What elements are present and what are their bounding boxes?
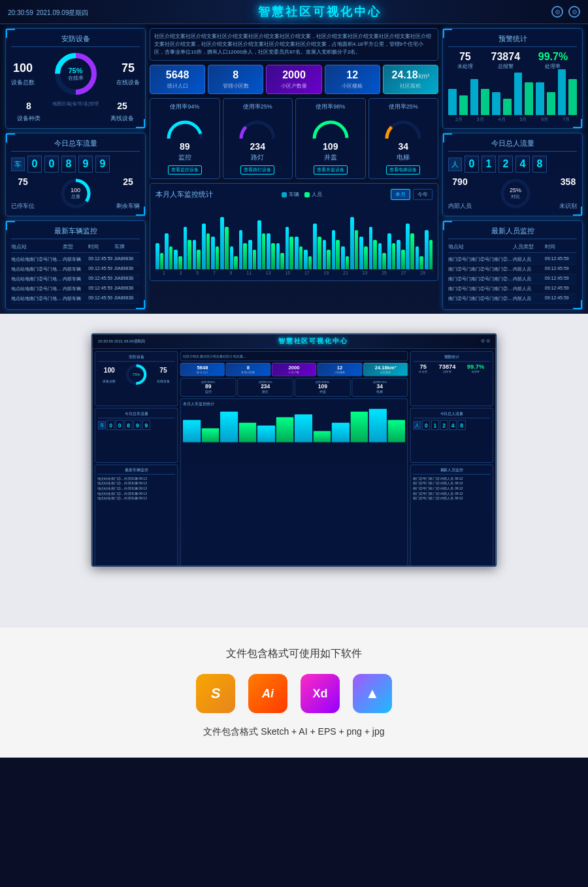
- preview-pd1: 0: [422, 420, 430, 430]
- area-unit: km²: [419, 73, 430, 80]
- preview-pm-row1: 南门②号门南门② 内部人员 09:12: [413, 476, 491, 481]
- pm-location: 南门②号门南门②号门南门②号门南门②号门: [448, 256, 513, 263]
- bar-g7: [211, 237, 219, 269]
- gauge-elevator: 使用率25% 34 电梯 查看电梯设备: [368, 98, 439, 179]
- tab-year[interactable]: 今年: [413, 189, 433, 200]
- preview-pd4: 4: [449, 420, 457, 430]
- internal-label: 内部人员: [448, 203, 472, 209]
- bar-g15: [286, 227, 293, 269]
- bar-g19: [323, 240, 331, 269]
- preview-f1v: 75: [419, 363, 427, 370]
- forecast-title: 预警统计: [448, 34, 577, 47]
- person-d4: 4: [515, 156, 530, 173]
- gauge-streetlight-chart: [238, 114, 277, 140]
- gauge-streetlight-btn[interactable]: 查看路灯设备: [240, 165, 274, 175]
- gauge-monitor-pct: 使用率94%: [153, 103, 217, 111]
- total-count: 100: [71, 187, 80, 193]
- gauge-monitor-btn[interactable]: 查看监控设备: [168, 165, 202, 175]
- device-types-value: 8: [17, 101, 41, 111]
- communities-label: 管辖小区数: [211, 82, 260, 90]
- tab-month[interactable]: 本月: [391, 189, 410, 200]
- bar-chart: [155, 204, 433, 269]
- population-label: 统计人口: [153, 82, 202, 90]
- figma-icon: ▲: [353, 674, 392, 713]
- table-row: 地点站地南门②号门地点地南门卫② 内部车辆 09:12:45:59 JIA898…: [11, 255, 140, 265]
- preview-f3v: 99.7%: [467, 363, 485, 370]
- preview-traffic-title: 今日总车流量: [98, 411, 174, 418]
- preview-section: 20:30:59 2021.09.09星期四 智慧社区可视化中心 ⚙ ⚙ 安防设…: [0, 314, 588, 628]
- preview-card5: 24.18km²社区面积: [363, 363, 408, 376]
- bar-g25: [378, 243, 386, 269]
- preview-g1-v: 89: [182, 384, 234, 390]
- x-label: 27: [401, 271, 406, 275]
- ai-icon[interactable]: Ai: [248, 674, 287, 713]
- preview-g2-n: 路灯: [240, 390, 291, 395]
- pb9: [332, 423, 350, 443]
- internal-value: 790: [448, 176, 472, 187]
- gauge-monitor-name: 监控: [153, 153, 217, 162]
- preview-pm-title: 最新人员监控: [413, 467, 491, 475]
- gauge-elevator-chart: [384, 114, 423, 140]
- gauge-manhole-pct: 使用率98%: [299, 103, 363, 111]
- preview-vm: 最新车辆监控 地点站地南门②... 内部车辆 09:12 地点站地南门②... …: [95, 465, 178, 567]
- bar-car: [313, 224, 317, 269]
- online-sub: 在线率: [68, 75, 84, 82]
- bar-g26: [387, 233, 395, 269]
- preview-sec-val: 100: [104, 366, 115, 374]
- gear-icon-right[interactable]: ⚙: [568, 6, 580, 18]
- households-value: 2000: [269, 69, 318, 81]
- bar-g23: [359, 237, 367, 269]
- bar-car: [184, 227, 188, 269]
- total-devices-label: 设备总数: [11, 79, 35, 86]
- pb10: [350, 412, 368, 443]
- sketch-letter: S: [211, 685, 221, 702]
- bar-g30: [425, 230, 433, 269]
- preview-c2v: 8: [228, 365, 269, 371]
- gauge-manhole-btn[interactable]: 查看井盖设备: [314, 165, 348, 175]
- preview-f1: 75未处理: [419, 363, 427, 373]
- preview-f3: 99.7%处理率: [467, 363, 485, 373]
- bar-person: [160, 253, 164, 269]
- gear-icon-left[interactable]: ⚙: [551, 6, 563, 18]
- gauge-elevator-value: 34: [372, 141, 436, 152]
- total-label: 总量: [71, 193, 80, 200]
- svg-text:75%: 75%: [133, 373, 141, 377]
- bar-car: [387, 233, 391, 269]
- preview-f2v: 73874: [438, 363, 455, 370]
- legend-car-dot: [282, 192, 287, 197]
- gauge-streetlight-name: 路灯: [226, 153, 290, 162]
- forecast-bar: [481, 89, 489, 115]
- bar-g21: [341, 246, 349, 269]
- preview-person-counter: 人 0 1 2 4 8: [414, 420, 490, 430]
- bar-person: [327, 250, 331, 269]
- preview-f1l: 未处理: [419, 370, 427, 373]
- vm-type: 内部车辆: [63, 286, 88, 292]
- format-text: 文件包含格式 Sketch + AI + EPS + png + jpg: [13, 726, 575, 738]
- preview-pd5: 8: [458, 420, 466, 430]
- forecast-stats: 75 未处理 73874 总报警 99.7% 处理率: [448, 51, 577, 70]
- bar-car: [416, 246, 419, 269]
- bar-person: [318, 237, 321, 269]
- preview-stat-cards: 5648统计人口 8管辖小区数 2000小区户数 12小区楼栋 24.18km²…: [180, 363, 408, 376]
- gauge-elevator-pct: 使用率25%: [372, 103, 436, 111]
- vm-type: 内部车辆: [63, 295, 88, 302]
- vm-location: 地点站地南门②号门地点地南门卫②: [11, 266, 63, 273]
- person-monitor-header: 地点站 人员类型 时间: [448, 243, 577, 253]
- online-rate-center: 75% 在线率: [68, 67, 84, 82]
- traffic-d2: 0: [44, 156, 59, 173]
- table-row: 地点站地南门②号门地点地南门卫② 内部车辆 09:12:45:59 JIA898…: [11, 284, 140, 294]
- unknown-value: 358: [559, 176, 577, 187]
- table-row: 南门②号门南门②号门南门②号门南门②号门 内部人员 09:12:45:59: [448, 265, 577, 275]
- gauge-manhole-name: 井盖: [299, 153, 363, 162]
- chart-header: 本月人车监控统计 车辆 人员 本月 今年: [155, 189, 433, 200]
- pm-type: 内部人员: [513, 295, 545, 302]
- gauge-elevator-btn[interactable]: 查看电梯设备: [386, 165, 420, 175]
- bar-person: [197, 250, 201, 269]
- traffic-circle: 100 总量: [59, 177, 92, 210]
- bar-g28: [406, 224, 414, 269]
- table-row: 地点站地南门②号门地点地南门卫② 内部车辆 09:12:45:59 JIA898…: [11, 275, 140, 284]
- buildings-label: 小区楼栋: [328, 82, 377, 90]
- pm-location: 南门②号门南门②号门南门②号门南门②号门: [448, 276, 513, 282]
- pm-location: 南门②号门南门②号门南门②号门南门②号门: [448, 266, 513, 273]
- security-stats: 100 设备总数 75% 在线率: [11, 51, 140, 97]
